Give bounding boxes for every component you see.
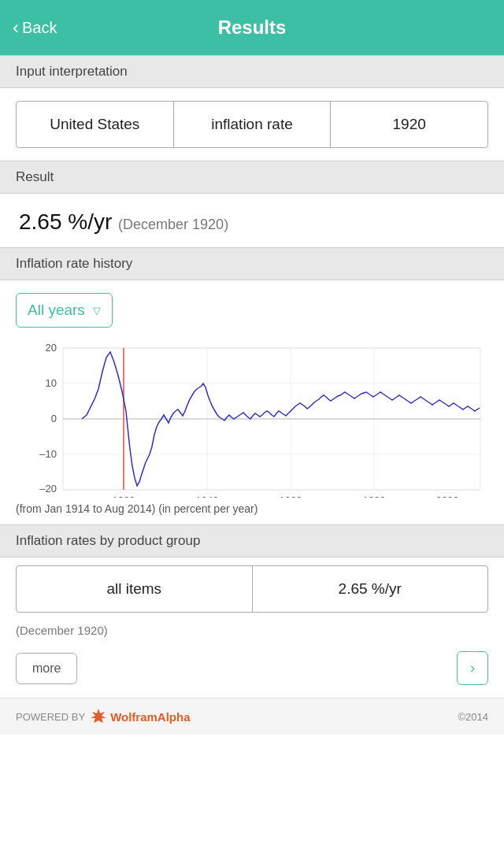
product-date: (December 1920) (0, 620, 504, 645)
svg-marker-22 (91, 709, 106, 723)
svg-text:20: 20 (46, 342, 57, 354)
chart-container: 20 10 0 –10 –20 1920 1940 1960 1980 2000 (0, 334, 504, 498)
result-value-container: 2.65 %/yr (December 1920) (0, 194, 504, 247)
dropdown-area: All years ▽ (0, 280, 504, 334)
powered-by-label: POWERED BY (16, 711, 85, 723)
product-item-value: 2.65 %/yr (253, 566, 488, 612)
svg-text:1940: 1940 (196, 494, 219, 498)
svg-text:1980: 1980 (363, 494, 386, 498)
next-button[interactable]: › (457, 651, 488, 685)
product-table: all items 2.65 %/yr (16, 565, 488, 613)
svg-text:1960: 1960 (280, 494, 302, 498)
input-interpretation-table: United States inflation rate 1920 (16, 101, 488, 148)
footer: POWERED BY WolframAlpha ©2014 (0, 698, 504, 735)
footer-branding: POWERED BY WolframAlpha (16, 708, 191, 725)
copyright: ©2014 (458, 711, 489, 723)
page-title: Results (218, 17, 287, 39)
svg-text:2000: 2000 (436, 494, 459, 498)
wolfram-icon (90, 708, 107, 725)
dropdown-label: All years (28, 302, 85, 319)
app-header: ‹ Back Results (0, 0, 504, 55)
product-item-label: all items (17, 566, 253, 612)
wolfram-brand-name: WolframAlpha (110, 710, 190, 724)
result-date: (December 1920) (118, 217, 228, 232)
chart-note: (from Jan 1914 to Aug 2014) (in percent … (0, 498, 504, 524)
product-group-header: Inflation rates by product group (0, 524, 504, 557)
next-icon: › (470, 660, 475, 676)
chart-section-header: Inflation rate history (0, 247, 504, 280)
all-years-dropdown[interactable]: All years ▽ (16, 293, 113, 328)
more-button[interactable]: more (16, 653, 77, 684)
more-row: more › (0, 645, 504, 694)
back-arrow-icon: ‹ (13, 18, 19, 37)
result-number: 2.65 %/yr (19, 209, 112, 234)
interp-metric: inflation rate (174, 102, 332, 147)
svg-text:–10: –10 (39, 448, 57, 460)
interp-country: United States (17, 102, 174, 147)
chevron-down-icon: ▽ (93, 305, 101, 317)
back-label: Back (22, 19, 57, 37)
input-interpretation-header: Input interpretation (0, 55, 504, 88)
result-header: Result (0, 161, 504, 194)
svg-text:–20: –20 (39, 483, 57, 494)
wolfram-alpha-logo[interactable]: WolframAlpha (90, 708, 190, 725)
svg-text:10: 10 (46, 377, 57, 389)
svg-text:1920: 1920 (113, 494, 135, 498)
inflation-chart[interactable]: 20 10 0 –10 –20 1920 1940 1960 1980 2000 (16, 340, 488, 498)
interp-year: 1920 (331, 102, 487, 147)
more-label: more (32, 661, 61, 676)
svg-text:0: 0 (51, 413, 57, 424)
back-button[interactable]: ‹ Back (13, 18, 57, 37)
